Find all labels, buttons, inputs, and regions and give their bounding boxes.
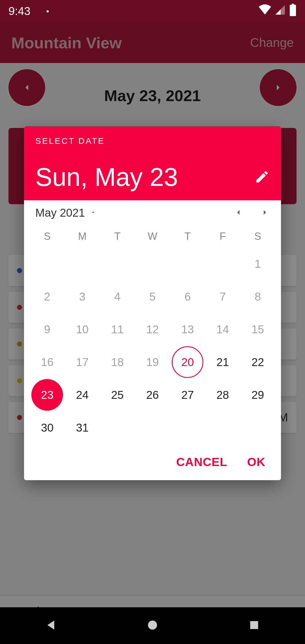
- weekday-header: T: [170, 225, 205, 247]
- wifi-icon: [259, 4, 271, 19]
- calendar-day[interactable]: 5: [135, 280, 170, 313]
- calendar-day[interactable]: 31: [65, 411, 100, 444]
- calendar-day[interactable]: 20: [170, 346, 205, 378]
- calendar-day[interactable]: 11: [100, 313, 135, 346]
- calendar-day[interactable]: 17: [65, 346, 100, 378]
- edit-date-button[interactable]: [254, 169, 270, 186]
- calendar-day[interactable]: 2: [30, 280, 65, 313]
- calendar-day[interactable]: 4: [100, 280, 135, 313]
- status-time: 9:43: [8, 5, 30, 18]
- calendar-day[interactable]: 10: [65, 313, 100, 346]
- weekday-header: S: [240, 225, 275, 247]
- svg-point-13: [148, 621, 157, 630]
- calendar-day[interactable]: 13: [170, 313, 205, 346]
- cancel-button[interactable]: CANCEL: [176, 455, 227, 469]
- ok-button[interactable]: OK: [247, 455, 265, 469]
- calendar-day[interactable]: 28: [205, 378, 240, 411]
- battery-icon: [289, 4, 297, 19]
- calendar-day[interactable]: 27: [170, 378, 205, 411]
- month-year-button[interactable]: May 2021: [35, 206, 85, 219]
- status-dot-icon: •: [46, 7, 49, 16]
- back-button[interactable]: [44, 618, 58, 633]
- weekday-header: S: [30, 225, 65, 247]
- calendar-day[interactable]: 23: [30, 378, 65, 411]
- calendar-empty-cell: [135, 247, 170, 280]
- calendar-empty-cell: [170, 247, 205, 280]
- calendar-day[interactable]: 19: [135, 346, 170, 378]
- calendar-empty-cell: [100, 247, 135, 280]
- calendar-day[interactable]: 16: [30, 346, 65, 378]
- calendar-day[interactable]: 15: [240, 313, 275, 346]
- calendar-empty-cell: [205, 247, 240, 280]
- calendar-day[interactable]: 26: [135, 378, 170, 411]
- calendar-empty-cell: [65, 247, 100, 280]
- prev-month-button[interactable]: [234, 208, 243, 218]
- calendar-grid: SMTWTFS 12345678910111213141516171819202…: [24, 225, 281, 447]
- weekday-header: W: [135, 225, 170, 247]
- date-picker-dialog: SELECT DATE Sun, May 23 May 2021: [24, 126, 281, 480]
- calendar-day[interactable]: 6: [170, 280, 205, 313]
- status-bar: 9:43 •: [0, 0, 305, 22]
- weekday-header: T: [100, 225, 135, 247]
- calendar-empty-cell: [30, 247, 65, 280]
- weekday-header: F: [205, 225, 240, 247]
- calendar-day[interactable]: 7: [205, 280, 240, 313]
- dropdown-icon: [90, 209, 96, 217]
- calendar-day[interactable]: 3: [65, 280, 100, 313]
- calendar-day[interactable]: 8: [240, 280, 275, 313]
- signal-icon: [274, 4, 286, 18]
- system-nav-bar: [0, 607, 305, 644]
- recents-button[interactable]: [247, 618, 261, 633]
- calendar-day[interactable]: 18: [100, 346, 135, 378]
- calendar-day[interactable]: 21: [205, 346, 240, 378]
- selected-date-label: Sun, May 23: [35, 163, 178, 192]
- calendar-day[interactable]: 12: [135, 313, 170, 346]
- dialog-actions: CANCEL OK: [24, 447, 281, 480]
- next-month-button[interactable]: [260, 208, 270, 218]
- dialog-title: SELECT DATE: [35, 136, 270, 146]
- calendar-day[interactable]: 22: [240, 346, 275, 378]
- calendar-day[interactable]: 30: [30, 411, 65, 444]
- svg-rect-14: [250, 621, 258, 629]
- home-button[interactable]: [146, 618, 159, 633]
- calendar-day[interactable]: 29: [240, 378, 275, 411]
- calendar-day[interactable]: 24: [65, 378, 100, 411]
- calendar-day[interactable]: 25: [100, 378, 135, 411]
- month-selector-row: May 2021: [24, 200, 281, 225]
- calendar-day[interactable]: 1: [240, 247, 275, 280]
- calendar-day[interactable]: 14: [205, 313, 240, 346]
- weekday-header: M: [65, 225, 100, 247]
- calendar-day[interactable]: 9: [30, 313, 65, 346]
- dialog-header: SELECT DATE Sun, May 23: [24, 126, 281, 200]
